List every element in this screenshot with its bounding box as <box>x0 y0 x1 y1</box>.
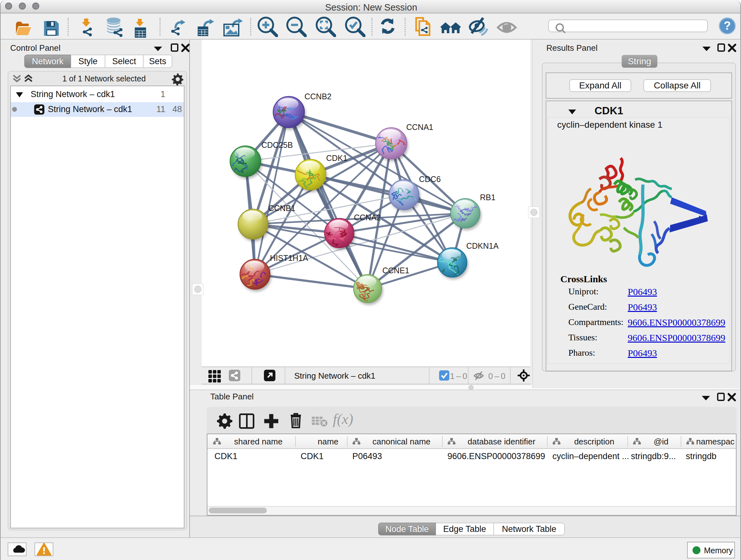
svg-text:HIST1H1A: HIST1H1A <box>270 253 308 262</box>
svg-text:CDKN1A: CDKN1A <box>466 241 499 250</box>
svg-text:CDC25B: CDC25B <box>261 140 293 149</box>
svg-text:CCNA2: CCNA2 <box>354 213 381 222</box>
svg-text:CDK1: CDK1 <box>326 153 347 163</box>
svg-text:CCNA1: CCNA1 <box>406 123 433 132</box>
svg-text:CCNE1: CCNE1 <box>382 266 409 275</box>
svg-text:CDC6: CDC6 <box>419 175 441 184</box>
svg-text:CCNB1: CCNB1 <box>268 204 295 212</box>
svg-text:CCNB2: CCNB2 <box>305 92 332 101</box>
svg-text:?: ? <box>724 19 731 32</box>
svg-text:RB1: RB1 <box>480 193 495 202</box>
